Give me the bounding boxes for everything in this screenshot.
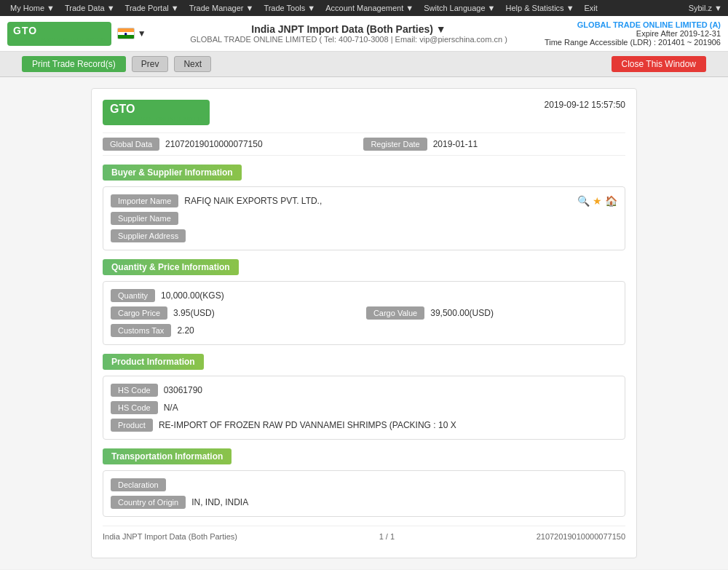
logo-area: GTO GLOBAL TRADE ONLINE LIMITED ▼ [7, 22, 153, 46]
nav-help-statistics[interactable]: Help & Statistics ▼ [502, 2, 579, 14]
next-button-top[interactable]: Next [174, 56, 211, 72]
nav-trade-data[interactable]: Trade Data ▼ [60, 2, 119, 14]
record-logo: GTO GLOBAL TRADE ONLINE LIMITED [103, 100, 210, 125]
global-data-row: Global Data 21072019010000077150 Registe… [103, 132, 625, 156]
nav-trade-portal[interactable]: Trade Portal ▼ [121, 2, 183, 14]
time-range-info: Time Range Accessible (LDR) : 201401 ~ 2… [545, 38, 721, 47]
header-right-info: GLOBAL TRADE ONLINE LIMITED (A) Expire A… [545, 20, 721, 47]
importer-name-value: RAFIQ NAIK EXPORTS PVT. LTD., [184, 196, 571, 206]
quantity-price-card: Quantity 10,000.00(KGS) Cargo Price 3.95… [103, 281, 625, 345]
quantity-label: Quantity [111, 289, 155, 302]
toolbar-right-buttons: Close This Window [612, 56, 706, 72]
hs-code-label-2: HS Code [111, 401, 158, 414]
close-button-top[interactable]: Close This Window [612, 56, 706, 72]
hs-code-row-1: HS Code 03061790 [111, 384, 617, 397]
product-label: Product [111, 419, 153, 432]
register-date-value: 2019-01-11 [433, 139, 625, 149]
quantity-price-section: Quantity & Price Information Quantity 10… [103, 259, 625, 345]
record-card: GTO GLOBAL TRADE ONLINE LIMITED 2019-09-… [91, 88, 637, 558]
user-info[interactable]: Sybil.z ▼ [689, 4, 722, 12]
hs-code-value-1: 03061790 [164, 385, 617, 395]
record-page: 1 / 1 [379, 532, 395, 541]
cargo-price-label: Cargo Price [111, 306, 167, 320]
home-icon[interactable]: 🏠 [605, 195, 617, 207]
record-id: 21072019010000077150 [537, 532, 625, 541]
importer-name-label: Importer Name [111, 194, 178, 207]
company-name: GLOBAL TRADE ONLINE LIMITED (A) [545, 20, 721, 29]
nav-trade-tools[interactable]: Trade Tools ▼ [259, 2, 320, 14]
logo-text: GTO [13, 25, 37, 36]
quantity-value: 10,000.00(KGS) [161, 290, 617, 301]
declaration-label: Declaration [111, 478, 166, 491]
main-content: GTO GLOBAL TRADE ONLINE LIMITED 2019-09-… [0, 77, 728, 569]
app-header: GTO GLOBAL TRADE ONLINE LIMITED ▼ India … [0, 16, 728, 52]
product-card: HS Code 03061790 HS Code N/A Product RE-… [103, 376, 625, 440]
declaration-row: Declaration [111, 478, 617, 491]
record-logo-box: GTO GLOBAL TRADE ONLINE LIMITED [103, 100, 210, 125]
buyer-supplier-section: Buyer & Supplier Information Importer Na… [103, 165, 625, 250]
hs-code-value-2: N/A [164, 403, 617, 413]
transportation-header: Transportation Information [103, 448, 232, 464]
customs-tax-label: Customs Tax [111, 324, 171, 337]
buyer-supplier-header: Buyer & Supplier Information [103, 165, 242, 181]
customs-tax-row: Customs Tax 2.20 [111, 324, 617, 337]
record-source: India JNPT Import Data (Both Parties) [103, 532, 237, 541]
buyer-supplier-card: Importer Name RAFIQ NAIK EXPORTS PVT. LT… [103, 186, 625, 250]
cargo-price-row: Cargo Price 3.95(USD) Cargo Value 39,500… [111, 306, 617, 320]
prev-button-top[interactable]: Prev [132, 56, 169, 72]
star-icon[interactable]: ★ [593, 195, 602, 207]
register-date-label: Register Date [363, 138, 427, 151]
product-section: Product Information HS Code 03061790 HS … [103, 354, 625, 440]
search-icon[interactable]: 🔍 [577, 195, 590, 207]
product-value: RE-IMPORT OF FROZEN RAW PD VANNAMEI SHRI… [159, 420, 617, 430]
supplier-name-row: Supplier Name [111, 212, 617, 225]
print-button-top[interactable]: Print Trade Record(s) [22, 56, 126, 72]
record-footer: India JNPT Import Data (Both Parties) 1 … [103, 526, 625, 547]
top-toolbar: Print Trade Record(s) Prev Next Close Th… [0, 52, 728, 77]
quantity-row: Quantity 10,000.00(KGS) [111, 289, 617, 302]
global-data-value: 21072019010000077150 [165, 139, 357, 149]
country-of-origin-value: IN, IND, INDIA [191, 497, 617, 507]
transportation-section: Transportation Information Declaration C… [103, 448, 625, 517]
transportation-card: Declaration Country of Origin IN, IND, I… [103, 470, 625, 517]
cargo-value-value: 39,500.00(USD) [430, 308, 617, 318]
nav-my-home[interactable]: My Home ▼ [6, 2, 59, 14]
country-of-origin-label: Country of Origin [111, 496, 186, 509]
hs-code-row-2: HS Code N/A [111, 401, 617, 414]
customs-tax-value: 2.20 [177, 325, 617, 336]
importer-row: Importer Name RAFIQ NAIK EXPORTS PVT. LT… [111, 194, 617, 207]
nav-exit[interactable]: Exit [580, 2, 602, 14]
record-logo-text: GTO [110, 103, 135, 115]
toolbar-left-buttons: Print Trade Record(s) Prev Next [22, 56, 211, 72]
header-title-area: India JNPT Import Data (Both Parties) ▼ … [153, 23, 545, 44]
flag-dropdown[interactable]: ▼ [138, 28, 146, 39]
product-header: Product Information [103, 354, 204, 370]
flag-area: ▼ [117, 28, 146, 39]
supplier-address-row: Supplier Address [111, 229, 617, 242]
india-flag [117, 28, 135, 39]
supplier-address-label: Supplier Address [111, 229, 186, 242]
record-header: GTO GLOBAL TRADE ONLINE LIMITED 2019-09-… [103, 100, 625, 125]
record-datetime: 2019-09-12 15:57:50 [545, 100, 625, 110]
cargo-value-label: Cargo Value [366, 306, 424, 320]
nav-switch-language[interactable]: Switch Language ▼ [419, 2, 499, 14]
importer-icons: 🔍 ★ 🏠 [577, 195, 617, 207]
page-subtitle: GLOBAL TRADE ONLINE LIMITED ( Tel: 400-7… [153, 35, 545, 44]
top-nav-bar: My Home ▼ Trade Data ▼ Trade Portal ▼ Tr… [0, 0, 728, 16]
nav-menu: My Home ▼ Trade Data ▼ Trade Portal ▼ Tr… [6, 2, 602, 14]
expire-info: Expire After 2019-12-31 [545, 29, 721, 38]
nav-account-management[interactable]: Account Management ▼ [321, 2, 418, 14]
supplier-name-label: Supplier Name [111, 212, 178, 225]
cargo-price-value: 3.95(USD) [173, 308, 360, 318]
logo-sub: GLOBAL TRADE ONLINE LIMITED [13, 36, 106, 43]
page-title: India JNPT Import Data (Both Parties) ▼ [153, 23, 545, 35]
record-logo-sub: GLOBAL TRADE ONLINE LIMITED [110, 116, 202, 122]
product-row: Product RE-IMPORT OF FROZEN RAW PD VANNA… [111, 419, 617, 432]
country-of-origin-row: Country of Origin IN, IND, INDIA [111, 496, 617, 509]
logo: GTO GLOBAL TRADE ONLINE LIMITED [7, 22, 111, 46]
quantity-price-header: Quantity & Price Information [103, 259, 239, 275]
nav-trade-manager[interactable]: Trade Manager ▼ [185, 2, 258, 14]
hs-code-label-1: HS Code [111, 384, 158, 397]
global-data-label: Global Data [103, 138, 159, 151]
